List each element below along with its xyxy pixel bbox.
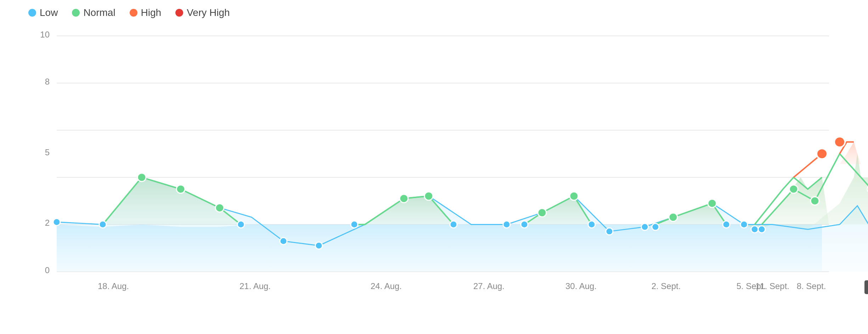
dot-low-2 (99, 221, 106, 228)
dot-low-10 (588, 221, 595, 228)
y-label-8: 8 (45, 77, 50, 86)
y-label-0: 0 (45, 265, 50, 275)
legend-dot-high (130, 9, 137, 17)
dot-low-8 (503, 221, 510, 228)
x-label-2sept: 2. Sept. (652, 281, 681, 291)
dot-high-1 (834, 137, 845, 147)
dot-normal-7 (570, 192, 578, 200)
dot-normal-11 (811, 197, 819, 205)
legend-item-high: High (130, 7, 162, 18)
legend-dot-very-high (175, 9, 183, 17)
legend-dot-low (28, 9, 36, 17)
dot-low-12 (641, 223, 648, 230)
x-label-27aug: 27. Aug. (473, 281, 505, 291)
legend-label-high: High (141, 7, 162, 18)
legend-label-very-high: Very High (187, 7, 230, 18)
chart-svg: 0 2 5 8 10 (28, 29, 847, 299)
dot-low-11 (606, 228, 613, 235)
dot-low-13 (652, 223, 659, 230)
dot-normal-10 (789, 185, 798, 194)
dot-high-2 (817, 149, 827, 159)
dot-low-5 (315, 242, 322, 249)
chart-legend: Low Normal High Very High (28, 7, 847, 18)
x-label-21aug: 21. Aug. (239, 281, 271, 291)
dot-low-14 (723, 221, 730, 228)
dot-low-16 (758, 226, 765, 233)
dot-low-15 (740, 221, 748, 228)
dot-normal-1 (137, 173, 146, 182)
x-label-24aug: 24. Aug. (371, 281, 402, 291)
chart-area: 0 2 5 8 10 (28, 29, 847, 299)
dot-normal-2 (176, 185, 185, 194)
x-label-8sept: 8. Sept. (797, 281, 826, 291)
dot-normal-3 (215, 204, 224, 212)
dot-low-6 (351, 221, 358, 228)
legend-item-very-high: Very High (175, 7, 230, 18)
chart-container: Low Normal High Very High (0, 0, 868, 334)
legend-item-low: Low (28, 7, 58, 18)
y-label-10: 10 (40, 30, 50, 39)
dot-low-1 (53, 219, 60, 226)
x-label-30aug: 30. Aug. (565, 281, 597, 291)
dot-low-3 (237, 221, 244, 228)
legend-item-normal: Normal (72, 7, 115, 18)
x-label-11sept: 11. Sept. (755, 281, 789, 291)
dot-low-9 (521, 221, 528, 228)
dot-low-4 (280, 238, 287, 245)
dot-normal-6 (538, 208, 546, 217)
dot-normal-5 (424, 192, 433, 200)
last-date-box (864, 280, 868, 294)
legend-label-low: Low (40, 7, 58, 18)
legend-dot-normal (72, 9, 80, 17)
x-label-18aug: 18. Aug. (98, 281, 129, 291)
dot-normal-9 (708, 199, 716, 208)
y-label-2: 2 (45, 218, 50, 228)
legend-label-normal: Normal (83, 7, 115, 18)
dot-normal-8 (669, 213, 677, 221)
dot-low-7 (450, 221, 457, 228)
dot-normal-4 (400, 194, 408, 203)
normal-area-fill-1 (103, 177, 241, 224)
dot-low-17 (751, 226, 758, 233)
y-label-5: 5 (45, 148, 50, 157)
normal-area-fill-2 (524, 196, 592, 224)
